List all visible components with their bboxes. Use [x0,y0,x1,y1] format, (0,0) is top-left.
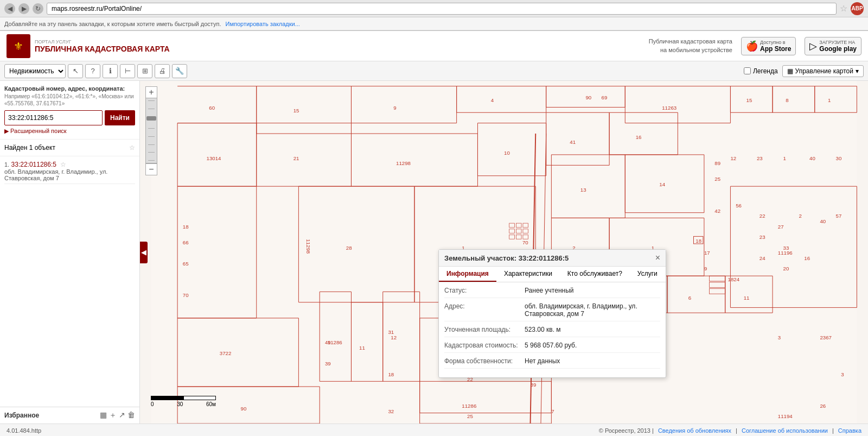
print-button[interactable]: 🖨 [155,64,170,78]
advanced-search-link[interactable]: ▶ Расширенный поиск [4,128,135,135]
tab-info[interactable]: Информация [439,267,496,282]
legend-label: Легенда [753,67,778,75]
svg-text:27: 27 [778,224,784,230]
status-value: Ранее учтенный [525,287,660,294]
search-area: Кадастровый номер, адрес, координата: На… [0,81,139,140]
google-play-text: ЗАГРУЗИТЕ НА Google play [819,40,857,53]
google-play-button[interactable]: ▷ ЗАГРУЗИТЕ НА Google play [805,37,861,55]
svg-text:7: 7 [551,408,554,414]
scale-white-segment [183,396,216,400]
svg-text:11194: 11194 [778,413,793,419]
info-row-status: Статус: Ранее учтенный [444,287,660,298]
version-label: 4.01.484.http [7,427,41,434]
app-store-button[interactable]: 🍎 Доступно в App Store [741,37,796,55]
result-star-icon[interactable]: ☆ [60,161,66,168]
svg-text:60: 60 [209,105,215,111]
search-button[interactable]: Найти [105,110,135,125]
google-play-label: Google play [819,45,857,53]
zoom-handle[interactable] [146,116,156,121]
svg-text:10: 10 [504,150,510,156]
legend-checkbox[interactable] [744,67,751,74]
zoom-slider[interactable] [145,98,157,163]
svg-text:15: 15 [746,97,752,103]
scale-line: 0 30 60м [151,396,216,407]
info-row-ownership: Форма собственности: Нет данных [444,357,660,369]
bookmark-star-icon[interactable]: ☆ [840,3,847,14]
zoom-controls: + − [145,86,157,175]
svg-text:3: 3 [841,371,844,377]
svg-text:12: 12 [730,155,736,161]
svg-text:12: 12 [391,334,397,340]
zoom-out-button[interactable]: − [145,163,157,175]
help-link[interactable]: Справка [838,427,861,434]
cost-label: Кадастровая стоимость: [444,342,520,349]
scale-label-60m: 60м [206,401,216,407]
svg-text:8: 8 [786,97,788,103]
search-label: Кадастровый номер, адрес, координата: [4,85,135,92]
popup-close-button[interactable]: × [655,253,660,263]
svg-text:65: 65 [183,261,189,267]
favorites-grid-icon[interactable]: ▦ [100,410,107,420]
scale-black-segment [151,396,183,400]
footer-right: © Росреестр, 2013 | Сведения об обновлен… [599,427,861,434]
svg-text:25: 25 [467,413,473,419]
svg-text:56: 56 [736,203,742,208]
measure-area-button[interactable]: ⊞ [137,64,152,78]
legend-checkbox-label[interactable]: Легенда [744,67,778,75]
tab-services[interactable]: Услуги [630,267,665,282]
scale-bar: 0 30 60м [151,396,216,407]
info-row-address: Адрес: обл. Владимирская, г. Владимир., … [444,302,660,321]
collapse-panel-button[interactable]: ◀ [140,242,148,263]
google-play-icon: ▷ [809,40,817,52]
zoom-tick [148,152,155,153]
favorites-delete-icon[interactable]: 🗑 [127,410,135,420]
result-number: 1. [4,161,9,168]
search-input[interactable] [4,110,103,125]
realty-select[interactable]: Недвижимость [4,64,66,78]
zoom-tick [148,136,155,137]
mobile-text: Публичная кадастровая карта на мобильном… [649,37,732,54]
settings-button[interactable]: 🔧 [172,64,187,78]
popup-header: Земельный участок: 33:22:011286:5 × [439,250,666,267]
result-item: 1. 33:22:011286:5 ☆ обл. Владимирская, г… [4,159,135,184]
svg-text:1824: 1824 [728,276,740,282]
user-avatar[interactable]: АВР [851,2,864,15]
app-store-text: Доступно в App Store [760,40,791,53]
zoom-tick [148,160,155,161]
svg-text:26: 26 [820,403,826,409]
available-label: Доступно в [760,40,791,45]
status-label: Статус: [444,287,520,294]
map-area[interactable]: 60 15 9 4 11263 90 69 15 8 1 11298 [140,81,868,424]
info-tool-button[interactable]: ℹ [103,64,118,78]
import-bookmarks-link[interactable]: Импортировать закладки... [225,21,299,27]
back-button[interactable]: ◀ [4,3,15,14]
agreement-link[interactable]: Соглашение об использовании [742,427,828,434]
identify-tool-button[interactable]: ? [85,64,100,78]
results-star-icon[interactable]: ☆ [129,144,135,151]
forward-button[interactable]: ▶ [18,3,29,14]
updates-link[interactable]: Сведения об обновлениях [658,427,731,434]
favorites-add-icon[interactable]: ＋ [109,410,117,420]
svg-text:25: 25 [714,176,720,182]
results-count: Найден 1 объект [4,144,55,151]
favorites-export-icon[interactable]: ↗ [119,410,125,420]
map-control-button[interactable]: ▦ Управление картой ▾ [782,65,864,77]
zoom-in-button[interactable]: + [145,86,157,98]
svg-text:2367: 2367 [820,334,832,340]
sidebar: Кадастровый номер, адрес, координата: На… [0,81,140,424]
area-label: Уточненная площадь: [444,326,520,333]
popup-content[interactable]: Статус: Ранее учтенный Адрес: обл. Влади… [439,282,666,377]
cursor-tool-button[interactable]: ↖ [68,64,83,78]
reload-button[interactable]: ↻ [33,3,43,14]
address-bar[interactable] [47,3,837,15]
measure-length-button[interactable]: ⊢ [120,64,135,78]
result-link[interactable]: 33:22:011286:5 [11,161,56,168]
tab-service[interactable]: Кто обслуживает? [560,267,630,282]
svg-text:15: 15 [293,108,299,113]
zoom-tick [148,109,155,109]
tab-characteristics[interactable]: Характеристики [496,267,560,282]
svg-text:90: 90 [241,406,247,412]
map-control-label: Управление картой [795,67,853,75]
svg-text:40: 40 [820,218,826,224]
app-store-label: App Store [760,45,791,53]
